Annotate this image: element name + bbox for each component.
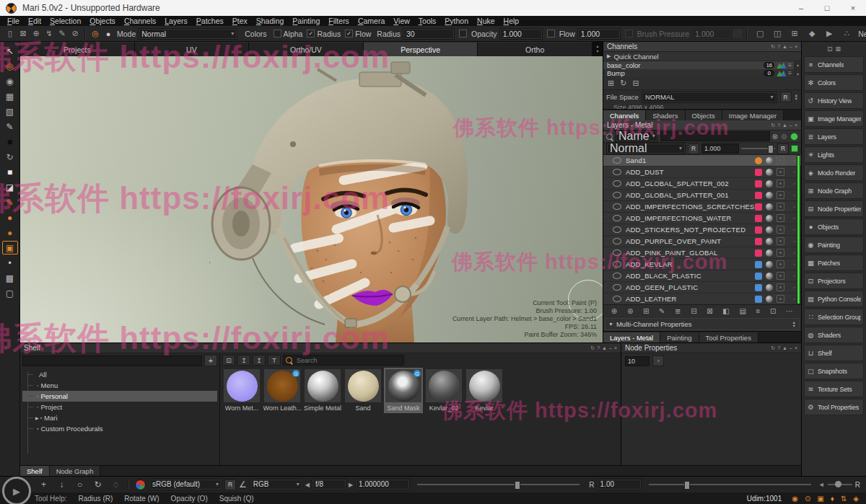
flow-checkbox[interactable]	[547, 30, 555, 37]
shelf-tree-item[interactable]: All	[22, 369, 217, 380]
dock-item[interactable]: ☀ Lights	[804, 146, 864, 163]
layers-toolbar-icon[interactable]: ◧	[722, 307, 729, 315]
channels-tab[interactable]: Image Manager	[722, 110, 784, 120]
panel-control-icon[interactable]: ↻	[590, 345, 595, 351]
tool-button[interactable]: ▧	[2, 105, 18, 118]
shelf-toolbar-icon[interactable]: ↥	[237, 355, 250, 366]
dock-item[interactable]: ◍ Shaders	[804, 327, 864, 343]
tool-button[interactable]: ▣	[2, 241, 18, 255]
layer-preview-sphere[interactable]	[766, 273, 773, 280]
layers-tab[interactable]: Painting	[660, 332, 699, 342]
layer-color-swatch[interactable]	[755, 169, 762, 176]
layer-visibility-icon[interactable]	[613, 192, 621, 198]
layer-mask-icon[interactable]	[777, 237, 784, 245]
tool-button[interactable]: ▩	[2, 271, 18, 285]
menu-item[interactable]: Camera	[354, 16, 389, 26]
status-icon[interactable]: ⇅	[841, 495, 847, 503]
layer-mask-icon[interactable]	[777, 214, 784, 222]
layer-visibility-icon[interactable]	[613, 296, 621, 302]
slider-handle[interactable]	[768, 145, 774, 154]
layer-color-swatch[interactable]	[755, 203, 762, 211]
layer-preview-sphere[interactable]	[766, 180, 773, 187]
shelf-item[interactable]: G Worn Leath...	[263, 368, 302, 413]
checkbox-icon[interactable]: ✓	[307, 30, 315, 37]
layers-toolbar-icon[interactable]: ▤	[739, 307, 745, 315]
transform-tool-icon[interactable]: ◌	[107, 478, 125, 491]
shelf-item[interactable]: Sand	[344, 368, 382, 413]
panel-control-icon[interactable]: ?	[777, 44, 780, 49]
shelf-item-tile[interactable]	[426, 369, 462, 402]
channel-row[interactable]: Bump 0 ≡	[603, 69, 794, 77]
play-button[interactable]: ▶	[2, 477, 31, 504]
layer-visibility-icon[interactable]	[613, 169, 621, 175]
checkbox-icon[interactable]: ✓	[274, 30, 281, 37]
panel-control-icon[interactable]: ×	[795, 123, 797, 128]
shelf-tree-item[interactable]: ▪ Custom Procedurals	[22, 423, 217, 434]
layer-preview-sphere[interactable]	[766, 169, 773, 176]
channels-tab[interactable]: Channels	[603, 110, 646, 120]
node-value-input[interactable]: 10	[625, 356, 650, 366]
fstop-prev-icon[interactable]: ◀	[305, 482, 310, 488]
project-file-icon[interactable]: ⊕	[30, 28, 43, 40]
layer-preview-sphere[interactable]	[766, 296, 773, 303]
channels-toolbar-icon[interactable]: ⊟	[632, 79, 639, 88]
shelf-toolbar-icon[interactable]: ⊡	[222, 355, 235, 366]
menu-item[interactable]: View	[389, 16, 414, 26]
shelf-tree-item[interactable]: ▫ Personal	[22, 391, 217, 402]
layer-row[interactable]: Sand1 ▫	[603, 155, 801, 167]
project-file-icon[interactable]: ⊠	[17, 28, 30, 40]
dock-item[interactable]: ⊔ Shelf	[804, 345, 864, 361]
dock-layout-icon[interactable]: ⊡	[827, 45, 833, 53]
clear-search-icon[interactable]: ⊗	[772, 133, 778, 141]
gain-reset-label[interactable]: R	[589, 481, 594, 489]
status-icon[interactable]: ◉	[792, 495, 798, 503]
dock-item[interactable]: ⚙ Tool Properties	[804, 399, 864, 415]
toolbar-checkbox[interactable]: ✓ Flow	[341, 30, 371, 38]
layers-toolbar-icon[interactable]: ⊞	[643, 307, 649, 315]
shelf-name-input[interactable]	[22, 355, 202, 366]
tool-button[interactable]: ●	[2, 211, 18, 224]
transform-tool-icon[interactable]: ↓	[53, 478, 71, 491]
viewport-tab[interactable]: Perspective	[364, 42, 478, 56]
shelf-item-tile[interactable]	[224, 369, 260, 402]
layer-color-swatch[interactable]	[755, 215, 762, 222]
layer-visibility-icon[interactable]	[613, 249, 621, 256]
search-mode-select[interactable]: Name▾	[615, 131, 658, 142]
layer-mask-icon[interactable]	[777, 260, 784, 268]
layer-amount-input[interactable]: 1.000	[701, 143, 739, 154]
projection-icon[interactable]: ◫	[771, 28, 784, 40]
layers-toolbar-icon[interactable]: ≡	[756, 307, 761, 315]
layer-preview-sphere[interactable]	[766, 157, 773, 164]
dock-layout-icon[interactable]: ⊠	[836, 45, 841, 53]
layer-color-swatch[interactable]	[755, 180, 762, 187]
layer-preview-sphere[interactable]	[766, 261, 773, 268]
status-icon[interactable]: ▣	[817, 495, 823, 503]
tool-button[interactable]: ●	[2, 226, 18, 239]
menu-item[interactable]: Shading	[252, 16, 289, 26]
layer-color-swatch[interactable]	[755, 226, 762, 234]
shelf-search-input[interactable]	[295, 356, 385, 365]
panel-control-icon[interactable]: ×	[795, 345, 797, 350]
shelf-item[interactable]: Simple Metal	[303, 368, 342, 413]
collapse-icon[interactable]: ▼	[608, 322, 613, 327]
tab-scroll-arrows[interactable]: ▴▾	[592, 42, 603, 56]
slider-handle[interactable]	[684, 481, 690, 490]
dock-item[interactable]: ▤ Python Console	[804, 291, 864, 307]
dock-item[interactable]: ◈ Modo Render	[804, 164, 864, 181]
volume-knob[interactable]	[835, 481, 841, 487]
menu-item[interactable]: File	[3, 16, 24, 26]
project-file-icon[interactable]: ↯	[43, 28, 56, 40]
layer-mask-icon[interactable]	[777, 272, 784, 280]
brush-tip-icon[interactable]: ●	[102, 28, 115, 40]
shelf-item-tile[interactable]: G	[385, 369, 421, 402]
layer-color-swatch[interactable]	[755, 238, 762, 245]
shelf-item[interactable]: Kevlar	[465, 368, 504, 413]
layer-mask-icon[interactable]	[777, 168, 784, 176]
viewport-canvas[interactable]: Current Tool: Paint (P)Brush Pressure: 1…	[20, 56, 603, 342]
menu-item[interactable]: Tools	[414, 16, 441, 26]
dock-item[interactable]: ▢ Snapshots	[804, 363, 864, 379]
projection-icon[interactable]: ◆	[805, 28, 818, 40]
panel-control-icon[interactable]: –	[609, 345, 612, 350]
layer-row[interactable]: ADD_GLOBAL_SPLATTER_001 ▫	[603, 190, 801, 201]
filter-knob-icon[interactable]	[780, 133, 788, 141]
